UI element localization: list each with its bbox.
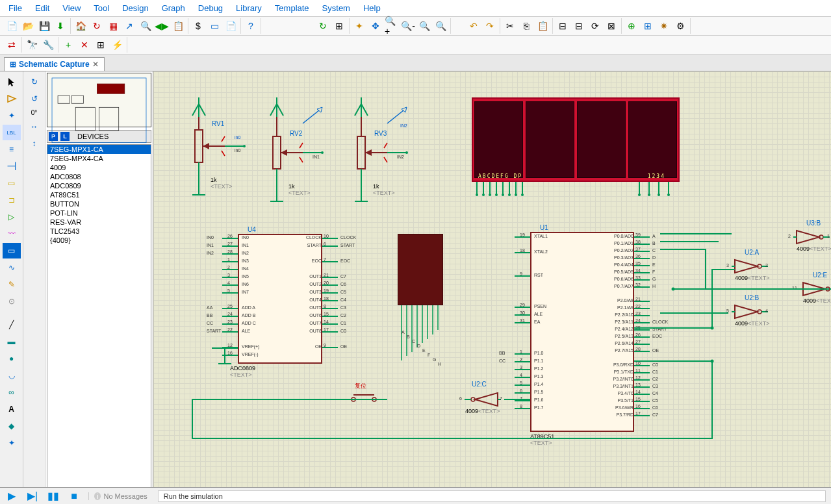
decompose-button[interactable]: ✷ [656,18,672,34]
text-tool[interactable]: ≡ [3,142,21,157]
list-item[interactable]: ADC0808 [47,172,151,181]
copy-button[interactable]: ⎘ [518,18,534,34]
tab-schematic[interactable]: ⊞ Schematic Capture ✕ [4,57,105,71]
import-button[interactable]: ⬇ [53,18,68,34]
component-rv3[interactable]: RV3 IN2 IN2 1k <TEXT> [348,97,413,208]
zoom-rect-button[interactable]: 🔍 [138,18,153,34]
origin-button[interactable]: ✦ [352,18,367,34]
open-file-button[interactable]: 📂 [20,18,36,34]
preview-window[interactable] [47,73,151,127]
wire-button[interactable]: ⚡ [109,37,125,53]
save-button[interactable]: 💾 [36,18,52,34]
block-copy-button[interactable]: ⊟ [555,18,570,34]
list-item[interactable]: AT89C51 [47,190,151,199]
list-item[interactable]: TLC2543 [47,227,151,236]
gate-u2a[interactable]: U2:A 32 4009 <TEXT> [732,257,771,276]
help-button[interactable]: ? [243,18,259,34]
gate-u2b[interactable]: U2:B 54 4009 <TEXT> [732,302,771,321]
list-item[interactable]: ADC0809 [47,181,151,190]
block-rotate-button[interactable]: ⟳ [587,18,603,34]
redraw-button[interactable]: ↻ [315,18,331,34]
undo-button[interactable]: ↶ [466,18,481,34]
graph-tool[interactable]: 〰 [3,226,21,242]
tab-close-button[interactable]: ✕ [92,60,99,69]
binoculars-button[interactable]: 🔭 [24,37,40,53]
tape-tool[interactable]: ▭ [3,243,21,258]
bom-button[interactable]: $ [190,18,206,34]
grid-button[interactable]: ⊞ [331,18,347,34]
subcircuit-tool[interactable]: ▭ [3,175,21,191]
play-button[interactable]: ▶ [3,490,21,503]
circle-tool[interactable]: ● [3,351,21,366]
gate-u3b[interactable]: U3:B 21 4009 <TEXT> [793,227,831,247]
menu-library[interactable]: Library [231,1,267,15]
stop-button[interactable]: ■ [65,490,83,503]
package-button[interactable]: ⊞ [640,18,656,34]
bus-tool[interactable]: ⊣ [3,158,21,174]
align-button[interactable]: ⊞ [93,37,109,53]
path-tool[interactable]: ∞ [3,384,21,400]
paste-button[interactable]: 📋 [535,18,550,34]
block-delete-button[interactable]: ⊠ [604,18,619,34]
menu-help[interactable]: Help [358,1,386,15]
step-button[interactable]: ▶| [23,490,42,503]
schematic-canvas[interactable]: RV1 in0 in0 1k <TEXT> RV2 IN1 1k <TEXT> … [153,71,831,498]
remove-button[interactable]: ✕ [77,37,92,53]
junction-tool[interactable]: ✦ [3,108,21,123]
box-tool[interactable]: ▬ [3,334,21,349]
probe-tool[interactable]: ✎ [3,277,21,292]
line-tool[interactable]: ╱ [3,317,21,333]
pan-button[interactable]: ✥ [368,18,383,34]
compile-button[interactable]: ⚙ [672,18,688,34]
swap-button[interactable]: ⇄ [4,37,19,53]
redo-button[interactable]: ↷ [482,18,498,34]
menu-file[interactable]: File [3,1,27,15]
zoom-out-button[interactable]: 🔍- [400,18,416,34]
zoom-in-button[interactable]: 🔍+ [384,18,400,34]
pause-button[interactable]: ▮▮ [44,490,62,503]
menu-debug[interactable]: Debug [193,1,228,15]
component-tool[interactable] [3,91,21,107]
goto-button[interactable]: ↗ [121,18,137,34]
list-item[interactable]: POT-LIN [47,208,151,218]
arrow-button[interactable]: ◀▶ [154,18,170,34]
block-move-button[interactable]: ⊟ [571,18,587,34]
gate-u2e[interactable]: U2:E 1112 4009 <TEXT> [800,279,831,299]
canvas-area[interactable]: RV1 in0 in0 1k <TEXT> RV2 IN1 1k <TEXT> … [153,71,831,498]
list-item[interactable]: BUTTON [47,199,151,208]
pin-tool[interactable]: ▷ [3,209,21,225]
rotate-cw-button[interactable]: ↻ [25,74,44,90]
list-item[interactable]: {4009} [47,236,151,245]
add-button[interactable]: + [60,37,76,53]
terminal-tool[interactable]: ⊐ [3,192,21,208]
menu-template[interactable]: Template [270,1,314,15]
new-file-button[interactable]: 📄 [4,18,19,34]
cut-button[interactable]: ✂ [502,18,518,34]
zoom-all-button[interactable]: 🔍 [416,18,432,34]
note-button[interactable]: 📋 [170,18,186,34]
component-7seg-single[interactable] [398,234,443,305]
menu-design[interactable]: Design [117,1,153,15]
list-item[interactable]: RES-VAR [47,218,151,227]
label-tool[interactable]: LBL [3,125,21,140]
menu-edit[interactable]: Edit [30,1,55,15]
menu-system[interactable]: System [317,1,355,15]
devices-list[interactable]: 7SEG-MPX1-CA 7SEG-MPX4-CA 4009 ADC0808 A… [47,144,151,498]
menu-graph[interactable]: Graph [157,1,190,15]
menu-tool[interactable]: Tool [88,1,114,15]
list-item[interactable]: 7SEG-MPX1-CA [47,145,151,154]
text2-tool[interactable]: A [3,401,21,417]
instrument-tool[interactable]: ⊙ [3,294,21,309]
home-button[interactable]: 🏠 [73,18,88,34]
menu-view[interactable]: View [57,1,86,15]
tools-button[interactable]: 🔧 [40,37,56,53]
component-rv2[interactable]: RV2 IN1 1k <TEXT> [264,97,329,208]
flip-h-button[interactable]: ↔ [25,119,44,134]
pick-button[interactable]: ⊕ [624,18,639,34]
marker-tool[interactable]: ✦ [3,435,21,451]
component-reset-button[interactable]: 复位 [348,390,387,406]
symbol-tool[interactable]: ◆ [3,418,21,434]
generator-tool[interactable]: ∿ [3,260,21,275]
tag-button[interactable]: ▭ [207,18,222,34]
messages-indicator[interactable]: iNo Messages [88,492,153,500]
